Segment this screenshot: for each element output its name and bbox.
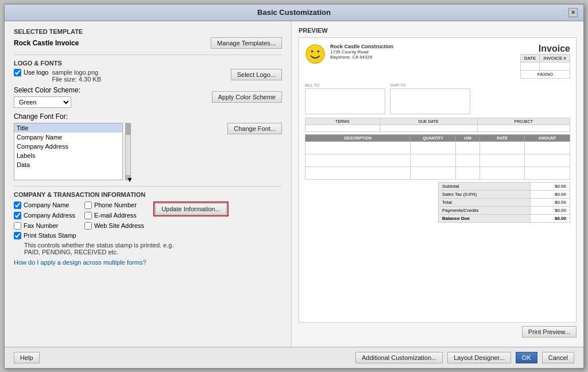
email-address-checkbox[interactable] bbox=[84, 212, 92, 219]
inv-totals-table: Subtotal $0.00 Sales Tax (0.0%) $0.00 To… bbox=[438, 182, 570, 223]
due-date-value bbox=[380, 125, 477, 131]
phone-number-checkbox[interactable] bbox=[84, 202, 92, 209]
template-name: Rock Castle Invoice bbox=[14, 39, 79, 47]
amount-row1 bbox=[525, 141, 570, 154]
website-checkbox[interactable] bbox=[84, 222, 92, 230]
font-item-company-name[interactable]: Company Name bbox=[14, 133, 122, 142]
bill-to-content bbox=[305, 88, 385, 114]
ship-to-label: SHIP TO bbox=[390, 83, 470, 87]
close-button[interactable]: ✕ bbox=[568, 8, 578, 17]
bill-to-box: BILL TO bbox=[305, 83, 385, 114]
use-logo-checkbox-label[interactable]: Use logo bbox=[14, 69, 48, 76]
select-logo-button[interactable]: Select Logo... bbox=[231, 69, 282, 80]
font-item-title[interactable]: Title bbox=[14, 123, 122, 133]
company-name-label: Company Name bbox=[24, 202, 69, 208]
website-checkbox-label[interactable]: Web Site Address bbox=[84, 222, 144, 230]
font-item-data[interactable]: Data bbox=[14, 160, 122, 169]
print-stamp-checkbox[interactable] bbox=[14, 232, 21, 239]
help-link[interactable]: How do I apply a design across multiple … bbox=[14, 259, 146, 266]
update-btn-container: Update Information... bbox=[153, 202, 229, 230]
svg-point-2 bbox=[318, 50, 320, 52]
company-address-label: Company Address bbox=[24, 212, 75, 219]
apply-color-scheme-button[interactable]: Apply Color Scheme bbox=[212, 91, 282, 103]
subtotal-label: Subtotal bbox=[439, 182, 531, 190]
print-stamp-checkbox-label[interactable]: Print Status Stamp bbox=[14, 232, 76, 239]
use-logo-checkbox[interactable] bbox=[14, 69, 21, 76]
sales-tax-val: $0.00 bbox=[530, 190, 570, 198]
logo-filesize: File size: 4.30 KB bbox=[52, 76, 101, 83]
um-row1 bbox=[455, 141, 479, 154]
inv-company: Rock Castle Construction 1735 County Roa… bbox=[305, 44, 393, 79]
logo-row: Use logo sample logo.png File size: 4.30… bbox=[14, 69, 282, 83]
update-information-button[interactable]: Update Information... bbox=[155, 203, 227, 215]
balance-row: Balance Due $0.00 bbox=[439, 214, 570, 222]
company-name-checkbox[interactable] bbox=[14, 202, 21, 209]
rate-row2 bbox=[479, 154, 525, 166]
cancel-button[interactable]: Cancel bbox=[542, 352, 574, 363]
font-list[interactable]: Title Company Name Company Address Label… bbox=[14, 123, 123, 180]
info-col2: Phone Number E-mail Address Web Site Add… bbox=[84, 202, 144, 230]
svg-point-0 bbox=[306, 44, 324, 63]
payments-label: Payments/Credits bbox=[439, 206, 531, 214]
invoice-num-header: INVOICE # bbox=[540, 54, 570, 62]
basic-customization-dialog: Basic Customization ✕ SELECTED TEMPLATE … bbox=[4, 4, 584, 369]
left-panel: SELECTED TEMPLATE Rock Castle Invoice Ma… bbox=[5, 21, 292, 347]
um-row3 bbox=[455, 166, 479, 179]
inv-fields-table: DATE INVOICE # FAXNO bbox=[520, 54, 570, 79]
title-bar: Basic Customization ✕ bbox=[5, 5, 583, 21]
total-val: $0.00 bbox=[530, 198, 570, 206]
phone-number-checkbox-label[interactable]: Phone Number bbox=[84, 202, 144, 209]
logo-fonts-section: LOGO & FONTS Use logo sample logo.png Fi… bbox=[14, 60, 282, 180]
logo-left: Use logo sample logo.png File size: 4.30… bbox=[14, 69, 101, 83]
inv-header: Rock Castle Construction 1735 County Roa… bbox=[305, 44, 570, 79]
ok-button[interactable]: OK bbox=[516, 352, 537, 363]
desc-row2 bbox=[305, 154, 411, 166]
print-preview-button[interactable]: Print Preview... bbox=[522, 326, 577, 338]
font-item-labels[interactable]: Labels bbox=[14, 151, 122, 160]
qty-row3 bbox=[411, 166, 456, 179]
info-col1: Company Name Company Address Fax Number bbox=[14, 202, 75, 230]
subtotal-val: $0.00 bbox=[530, 182, 570, 190]
email-address-checkbox-label[interactable]: E-mail Address bbox=[84, 212, 144, 219]
dialog-body: SELECTED TEMPLATE Rock Castle Invoice Ma… bbox=[5, 21, 583, 347]
divider-1 bbox=[14, 55, 282, 55]
amount-row2 bbox=[525, 154, 570, 166]
help-button[interactable]: Help bbox=[14, 352, 40, 363]
color-scheme-label: Select Color Scheme: bbox=[14, 86, 80, 94]
company-name-checkbox-label[interactable]: Company Name bbox=[14, 202, 75, 209]
company-address-checkbox-label[interactable]: Company Address bbox=[14, 212, 75, 219]
inv-company-info: Rock Castle Construction 1735 County Roa… bbox=[330, 44, 393, 60]
use-logo-label: Use logo bbox=[24, 69, 48, 76]
total-row: Total $0.00 bbox=[439, 198, 570, 206]
font-item-company-address[interactable]: Company Address bbox=[14, 142, 122, 151]
selected-template-label: SELECTED TEMPLATE bbox=[14, 28, 282, 35]
manage-templates-button[interactable]: Manage Templates... bbox=[211, 37, 282, 49]
scrollbar-thumb bbox=[126, 123, 130, 135]
qty-row1 bbox=[411, 141, 456, 154]
desc-row3 bbox=[305, 166, 411, 179]
font-list-scrollbar[interactable]: ▼ bbox=[125, 123, 131, 180]
color-scheme-select[interactable]: Green bbox=[14, 96, 71, 108]
due-date-header: DUE DATE bbox=[380, 118, 477, 125]
fax-number-checkbox[interactable] bbox=[14, 222, 21, 230]
balance-val: $0.00 bbox=[530, 214, 570, 222]
fax-number-checkbox-label[interactable]: Fax Number bbox=[14, 222, 75, 230]
layout-designer-button[interactable]: Layout Designer... bbox=[447, 352, 511, 363]
terms-header: TERMS bbox=[305, 118, 380, 125]
website-label: Web Site Address bbox=[94, 222, 144, 229]
inv-company-city: Bayshore, CA 94326 bbox=[330, 55, 393, 60]
project-header: PROJECT bbox=[477, 118, 570, 125]
stamp-desc: This controls whether the status stamp i… bbox=[24, 242, 282, 249]
inv-company-address: 1735 County Road bbox=[330, 49, 393, 55]
sales-tax-label: Sales Tax (0.0%) bbox=[439, 190, 531, 198]
right-panel: PREVIEW Rock Castle Construction bbox=[292, 21, 583, 347]
update-btn-highlight: Update Information... bbox=[153, 202, 229, 216]
scrollbar-down-arrow[interactable]: ▼ bbox=[126, 175, 130, 180]
company-address-checkbox[interactable] bbox=[14, 212, 21, 219]
date-header: DATE bbox=[520, 54, 540, 62]
date-value bbox=[520, 62, 540, 70]
logo-filename: sample logo.png bbox=[52, 69, 101, 76]
change-font-button[interactable]: Change Font... bbox=[227, 123, 282, 134]
payments-val: $0.00 bbox=[530, 206, 570, 214]
additional-customization-button[interactable]: Additional Customization... bbox=[355, 352, 443, 363]
